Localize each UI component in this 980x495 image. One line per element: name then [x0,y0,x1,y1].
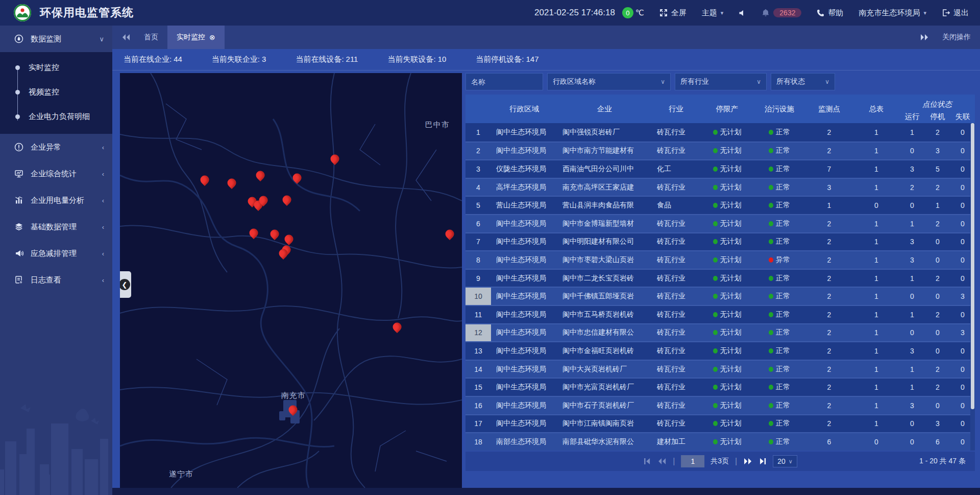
sidebar-item-4[interactable]: 基础数据管理‹ [0,214,112,240]
content-area: 巴中市南充市遂宁市 ❮ 行政区域名称∨ 所有行业∨ 所有状态∨ [112,70,980,488]
cell-region: 阆中生态环境局 [491,397,557,414]
region-filter-select[interactable]: 行政区域名称∨ [547,73,671,90]
cell-company: 阆中市二龙长宝页岩砖 [557,270,652,287]
cell-company: 阆中市忠信建材有限公 [557,324,652,342]
last-page-button[interactable] [758,458,767,465]
cell-run: 1 [899,215,925,232]
sidebar-item-3[interactable]: 企业用电量分析‹ [0,187,112,214]
tab-realtime-monitor[interactable]: 实时监控 ⊗ [167,26,225,49]
table-row[interactable]: 5营山生态环境局营山县润丰肉食品有限食品无计划正常10010 [465,196,975,214]
row-index: 6 [465,215,491,232]
cell-industry: 化工 [652,160,700,178]
scrollbar-thumb[interactable] [971,123,974,409]
cell-run: 1 [899,379,925,396]
table-row[interactable]: 2阆中生态环境局阆中市南方节能建材有砖瓦行业无计划正常21030 [465,142,975,160]
table-row[interactable]: 12阆中生态环境局阆中市忠信建材有限公砖瓦行业无计划正常21003 [465,323,975,342]
table-row[interactable]: 8阆中生态环境局阆中市枣碧大梁山页岩砖瓦行业无计划异常21300 [465,250,975,269]
cell-points: 2 [805,342,853,360]
page-size-select[interactable]: 20∨ [773,455,797,467]
page-title: 环保用电监管系统 [40,5,134,20]
map-roads [120,73,462,488]
cell-limit: 无计划 [700,123,754,142]
mute-button[interactable] [739,9,746,17]
table-row[interactable]: 9阆中生态环境局阆中市二龙长宝页岩砖砖瓦行业无计划正常21120 [465,269,975,287]
cell-facility: 正常 [754,179,805,196]
table-row[interactable]: 16阆中生态环境局阆中市石子页岩机砖厂砖瓦行业无计划正常21300 [465,396,975,414]
table-row[interactable]: 1阆中生态环境局阆中强锐页岩砖厂砖瓦行业无计划正常21120 [465,123,975,142]
cell-meters: 1 [853,179,899,196]
bullet-icon [15,65,20,70]
tab-close-icon[interactable]: ⊗ [209,33,215,41]
cell-facility: 正常 [754,433,805,451]
cell-limit: 无计划 [700,215,754,232]
cell-meters: 1 [853,123,899,142]
notification-count-badge: 2632 [773,8,801,17]
enterprise-panel: 行政区域名称∨ 所有行业∨ 所有状态∨ 行政区域 企业 行业 停限产 治污设施 … [465,73,975,488]
double-chevron-right-icon[interactable] [920,34,929,41]
notifications-button[interactable]: 2632 [762,8,801,17]
page-number-input[interactable]: 1 [681,455,704,467]
cell-stop: 2 [925,215,950,232]
sidebar-item-0[interactable]: 数据监测∨ [0,26,112,52]
table-row[interactable]: 6阆中生态环境局阆中市金博瑞新型墙材砖瓦行业无计划正常21120 [465,214,975,232]
cell-industry: 砖瓦行业 [652,397,700,414]
exit-icon [942,9,950,17]
cell-run: 0 [899,143,925,160]
logout-button[interactable]: 退出 [942,8,969,18]
cell-facility: 正常 [754,160,805,178]
prev-page-button[interactable] [657,458,667,465]
cell-company: 阆中市枣碧大梁山页岩 [557,251,652,269]
cell-facility: 正常 [754,306,805,323]
status-dot-icon [769,239,773,244]
table-row[interactable]: 14阆中生态环境局阆中大兴页岩机砖厂砖瓦行业无计划正常21120 [465,360,975,378]
status-filter-select[interactable]: 所有状态∨ [771,73,835,90]
name-filter-input[interactable] [471,78,537,86]
first-page-button[interactable] [643,458,651,465]
table-row[interactable]: 15阆中生态环境局阆中市光富页岩机砖厂砖瓦行业无计划正常21120 [465,378,975,396]
row-index: 10 [465,288,491,305]
sidebar-item-1[interactable]: 企业异常‹ [0,134,112,160]
table-row[interactable]: 3仪陇生态环境局西南油气田分公司川中化工无计划正常71350 [465,159,975,178]
cell-industry: 砖瓦行业 [652,215,700,232]
sidebar-item-6[interactable]: 日志查看‹ [0,267,112,293]
table-row[interactable]: 4高坪生态环境局南充市高坪区王家店建砖瓦行业无计划正常31220 [465,178,975,196]
sidebar-subitem-1[interactable]: 视频监控 [0,80,112,104]
status-dot-icon [713,421,718,426]
map-panel[interactable]: 巴中市南充市遂宁市 ❮ [120,73,462,488]
cell-points: 2 [805,251,853,269]
table-row[interactable]: 10阆中生态环境局阆中千佛镇五郎垭页岩砖瓦行业无计划正常21003 [465,287,975,305]
tab-home[interactable]: 首页 [135,26,167,49]
tab-scroll-left-button[interactable] [121,34,135,41]
cell-meters: 1 [853,288,899,305]
chevron-down-icon: ▾ [923,10,926,16]
fullscreen-icon [659,9,668,17]
industry-filter-select[interactable]: 所有行业∨ [675,73,767,90]
close-operations-button[interactable]: 关闭操作 [942,33,971,42]
cell-region: 阆中生态环境局 [491,342,557,360]
cell-industry: 砖瓦行业 [652,233,700,251]
header-meters: 总表 [853,95,899,123]
table-row[interactable]: 13阆中生态环境局阆中市金福旺页岩机砖砖瓦行业无计划正常21300 [465,341,975,360]
fullscreen-button[interactable]: 全屏 [659,8,687,18]
table-row[interactable]: 18南部生态环境局南部县砒华水泥有限公建材加工无计划正常60060 [465,432,975,451]
table-row[interactable]: 17阆中生态环境局阆中市江南镇阆南页岩砖瓦行业无计划正常21030 [465,414,975,433]
sidebar-item-2[interactable]: 企业综合统计‹ [0,160,112,187]
status-dot-icon [769,439,773,444]
name-filter-field[interactable] [465,73,543,90]
sidebar-item-5[interactable]: 应急减排管理‹ [0,240,112,267]
cell-stop: 1 [925,197,950,214]
cell-limit: 无计划 [700,397,754,414]
cell-points: 1 [805,197,853,214]
next-page-button[interactable] [743,458,752,465]
map-collapse-toggle[interactable]: ❮ [120,271,131,298]
theme-dropdown[interactable]: 主题▾ [702,8,724,18]
table-row[interactable]: 11阆中生态环境局阆中市五马桥页岩机砖砖瓦行业无计划正常21120 [465,305,975,323]
table-row[interactable]: 7阆中生态环境局阆中明阳建材有限公司砖瓦行业无计划正常21300 [465,232,975,251]
org-dropdown[interactable]: 南充市生态环境局▾ [859,8,926,18]
cell-region: 阆中生态环境局 [491,123,557,142]
help-button[interactable]: 帮助 [817,8,843,18]
status-dot-icon [713,330,718,335]
sidebar-subitem-2[interactable]: 企业电力负荷明细 [0,104,112,129]
sidebar-subitem-0[interactable]: 实时监控 [0,55,112,80]
chevron-left-icon: ‹ [102,170,104,178]
